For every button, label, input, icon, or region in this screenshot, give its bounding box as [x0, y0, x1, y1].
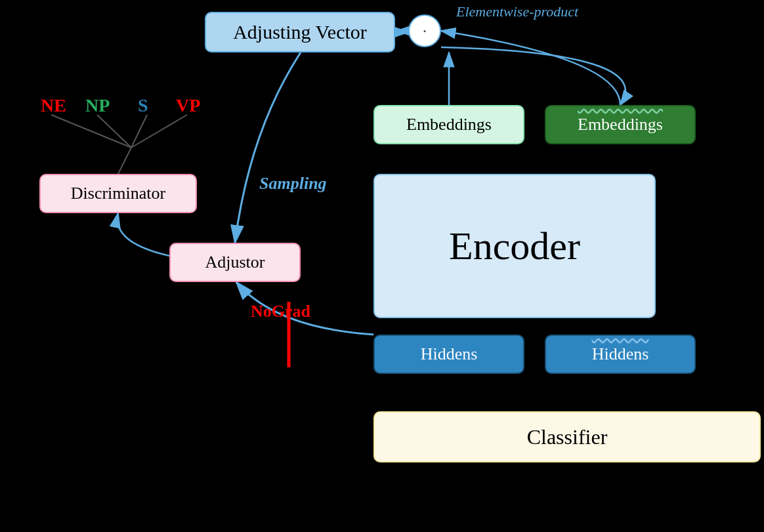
nograd-label: NoGrad — [251, 302, 310, 321]
sampling-label: Sampling — [259, 174, 327, 194]
classifier-label: Classifier — [527, 425, 608, 449]
elementwise-label: Elementwise-product — [456, 3, 578, 20]
embeddings-left-box: Embeddings — [373, 105, 524, 144]
svg-line-3 — [97, 115, 131, 148]
hiddens-left-label: Hiddens — [421, 344, 478, 364]
svg-line-2 — [51, 115, 131, 148]
hiddens-left-box: Hiddens — [373, 335, 524, 374]
dot-label: · — [423, 22, 427, 40]
adjustor-label: Adjustor — [205, 253, 265, 272]
embeddings-right-label: Embeddings — [578, 115, 663, 134]
embeddings-left-label: Embeddings — [406, 115, 492, 134]
tree-label-ne: NE — [41, 95, 66, 116]
diagram-container: NE NP S VP Adjusting Vector · Elementwis… — [0, 0, 764, 532]
hiddens-right-box: Hiddens — [545, 335, 696, 374]
svg-line-4 — [131, 115, 147, 148]
discriminator-box: Discriminator — [39, 174, 197, 213]
svg-line-6 — [118, 148, 131, 174]
hiddens-right-label: Hiddens — [592, 344, 649, 364]
encoder-label: Encoder — [449, 224, 580, 269]
classifier-box: Classifier — [373, 411, 761, 462]
tree-label-s: S — [138, 95, 148, 116]
adjusting-vector-label: Adjusting Vector — [233, 21, 367, 43]
encoder-box: Encoder — [373, 174, 656, 318]
discriminator-label: Discriminator — [71, 184, 165, 203]
adjusting-vector-box: Adjusting Vector — [205, 12, 395, 52]
tree-label-np: NP — [85, 95, 110, 116]
tree-label-vp: VP — [176, 95, 200, 116]
adjustor-box: Adjustor — [169, 243, 301, 282]
embeddings-right-box: Embeddings — [545, 105, 696, 144]
svg-line-5 — [131, 115, 187, 148]
elementwise-dot-circle: · — [408, 14, 441, 47]
